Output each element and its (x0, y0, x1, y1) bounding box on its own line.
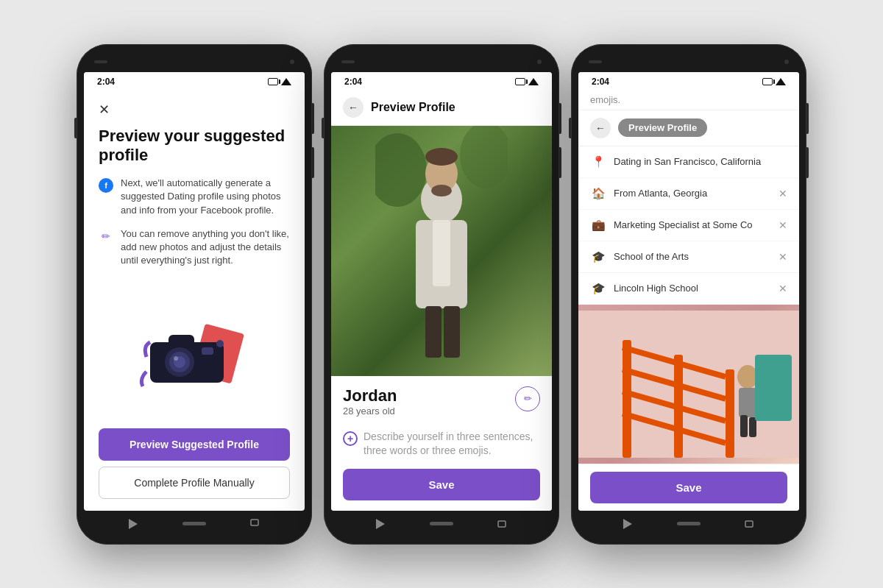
status-bar-1: 2:04 (84, 72, 305, 90)
power-button-2 (312, 147, 314, 178)
person-name: Jordan (343, 386, 397, 405)
screen2-header: ← Preview Profile (331, 90, 552, 126)
notch-bar (84, 52, 305, 72)
notch-bar-2 (331, 52, 552, 72)
stairs-scene (578, 311, 799, 458)
notch-bar-3 (578, 52, 799, 72)
phone-2: 2:04 ← Preview Profile (324, 44, 559, 545)
bottom-bar-2 (331, 511, 552, 537)
status-icons-2 (515, 78, 539, 85)
detail-text-school2: Lincoln High School (614, 283, 771, 294)
back-nav-btn-2[interactable] (374, 517, 389, 531)
profile-image-area (331, 126, 552, 376)
svg-point-8 (216, 340, 224, 347)
info-text-facebook: Next, we'll automatically generate a sug… (121, 177, 290, 217)
close-icon[interactable]: ✕ (99, 102, 290, 118)
bio-add-row[interactable]: + Describe yourself in three sentences, … (343, 430, 540, 458)
signal-icon-3 (776, 78, 786, 85)
home-icon: 🏠 (590, 185, 606, 202)
time-3: 2:04 (592, 77, 609, 87)
recents-nav-btn-3[interactable] (742, 517, 756, 531)
complete-profile-manually-button[interactable]: Complete Profile Manually (99, 467, 290, 499)
bottom-bar-3 (578, 511, 799, 537)
svg-marker-36 (623, 519, 632, 529)
screen3-header: ← Preview Profile (578, 110, 799, 146)
preview-profile-badge: Preview Profile (618, 118, 707, 137)
profile-name-row: Jordan 28 years old ✏ (343, 386, 540, 427)
front-camera-3 (784, 60, 789, 64)
save-button-2[interactable]: Save (343, 469, 540, 500)
home-pill[interactable] (182, 522, 206, 525)
time-1: 2:04 (97, 77, 115, 87)
status-bar-2: 2:04 (331, 72, 552, 90)
back-nav-btn-3[interactable] (621, 517, 636, 531)
svg-rect-37 (745, 521, 753, 527)
svg-point-12 (460, 126, 508, 188)
back-button-2[interactable]: ← (343, 97, 364, 118)
detail-row-school2: 🎓 Lincoln High School ✕ (578, 273, 799, 305)
power-button-3 (559, 103, 561, 134)
svg-point-31 (737, 365, 758, 389)
detail-text-job: Marketing Specialist at Some Co (614, 219, 771, 230)
svg-rect-10 (251, 520, 258, 525)
svg-rect-34 (749, 417, 756, 437)
svg-point-15 (425, 148, 458, 166)
volume-button-2 (322, 118, 324, 138)
svg-rect-24 (623, 340, 631, 458)
person-age: 28 years old (343, 405, 397, 417)
add-bio-icon[interactable]: + (343, 431, 358, 446)
phone-2-screen: 2:04 ← Preview Profile (331, 72, 552, 511)
profile-name: Jordan 28 years old (343, 386, 397, 427)
speaker-2 (341, 60, 355, 63)
home-pill-2[interactable] (430, 522, 453, 525)
speaker-3 (589, 60, 602, 63)
phones-container: 2:04 ✕ Preview your suggested profile f … (77, 44, 806, 545)
remove-job-button[interactable]: ✕ (779, 219, 787, 231)
recents-nav-btn[interactable] (247, 517, 262, 531)
phone-1: 2:04 ✕ Preview your suggested profile f … (77, 44, 312, 545)
detail-row-job: 💼 Marketing Specialist at Some Co ✕ (578, 210, 799, 241)
back-button-3[interactable]: ← (590, 118, 611, 138)
signal-icon-2 (528, 78, 539, 85)
person-figure (375, 126, 508, 376)
info-item-facebook: f Next, we'll automatically generate a s… (99, 177, 290, 217)
edit-profile-button[interactable]: ✏ (515, 386, 540, 411)
front-camera (290, 60, 294, 64)
home-pill-3[interactable] (677, 522, 701, 525)
profile-details-list: 📍 Dating in San Francisco, California 🏠 … (578, 146, 799, 305)
svg-point-6 (174, 356, 178, 361)
svg-point-16 (431, 185, 452, 196)
volume-button (74, 118, 77, 138)
facebook-icon: f (99, 178, 113, 193)
screen1-title: Preview your suggested profile (99, 127, 290, 166)
battery-icon (268, 78, 278, 85)
power-button-4 (559, 147, 561, 178)
graduation-icon-1: 🎓 (590, 249, 606, 265)
bio-placeholder-text: Describe yourself in three sentences, th… (364, 430, 540, 458)
remove-school1-button[interactable]: ✕ (779, 251, 787, 263)
screen1-content: ✕ Preview your suggested profile f Next,… (84, 90, 305, 511)
svg-marker-9 (129, 519, 138, 529)
preview-suggested-profile-button[interactable]: Preview Suggested Profile (99, 428, 290, 461)
phone-3: 2:04 emojis. ← Preview Profile 📍 Dating … (571, 44, 806, 545)
recents-nav-btn-2[interactable] (494, 517, 509, 531)
save-button-3[interactable]: Save (590, 472, 787, 503)
svg-rect-7 (202, 347, 213, 355)
svg-rect-22 (498, 521, 506, 527)
power-button-6 (806, 147, 809, 178)
power-button-5 (806, 103, 809, 134)
detail-row-school1: 🎓 School of the Arts ✕ (578, 241, 799, 273)
screen3-bottom: Save (578, 464, 799, 511)
battery-icon-2 (515, 78, 525, 85)
phone-1-screen: 2:04 ✕ Preview your suggested profile f … (84, 72, 305, 511)
emoji-text: emojis. (578, 90, 799, 110)
svg-rect-18 (433, 220, 450, 286)
briefcase-icon: 💼 (590, 217, 606, 233)
front-camera-2 (537, 60, 542, 64)
graduation-icon-2: 🎓 (590, 280, 606, 297)
back-nav-btn[interactable] (127, 517, 141, 531)
svg-rect-26 (726, 369, 734, 458)
remove-school2-button[interactable]: ✕ (779, 283, 787, 294)
info-item-pencil: ✏ You can remove anything you don't like… (99, 227, 290, 268)
remove-home-button[interactable]: ✕ (779, 188, 787, 199)
